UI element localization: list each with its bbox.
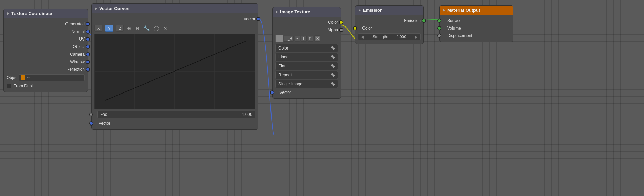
window-label: Window (70, 59, 85, 64)
flat-dropdown[interactable]: Flat (275, 62, 338, 70)
fb-button[interactable]: F_B (284, 36, 294, 42)
fac-socket[interactable] (89, 113, 93, 116)
normal-output-row: Normal (4, 28, 88, 35)
linear-dropdown[interactable]: Linear (275, 53, 338, 61)
material-output-header: Material Output (440, 6, 513, 15)
alpha-out-label: Alpha (327, 28, 338, 32)
x-button[interactable]: X (94, 25, 102, 32)
strength-label: Strength: (372, 35, 388, 39)
objec-label: Objec (7, 75, 17, 80)
arrow-up (331, 82, 334, 84)
arrow-up (331, 73, 334, 75)
reflection-output-row: Reflection (4, 66, 88, 73)
normal-label: Normal (71, 29, 85, 34)
volume-in-label: Volume (447, 26, 461, 31)
strength-field[interactable]: ◀ Strength: 1.000 ▶ (358, 33, 421, 40)
flat-dropdown-arrows (331, 64, 335, 68)
arrow-down (332, 57, 335, 59)
color-dropdown-label: Color (278, 46, 288, 51)
vc-toolbar: X Y Z ⊕ ⊖ 🔧 ◯ ✕ (92, 23, 258, 34)
from-dupli-label: From Dupli (13, 84, 34, 88)
vc-vector-in-row: Vector (92, 120, 258, 127)
color-out-socket[interactable] (339, 20, 343, 24)
vc-vector-out-socket[interactable] (256, 17, 260, 21)
generated-output-row: Generated (4, 20, 88, 28)
window-socket[interactable] (86, 60, 90, 64)
img-preview[interactable] (275, 35, 283, 42)
linear-dropdown-arrows (331, 55, 335, 59)
surface-in-socket[interactable] (437, 19, 441, 23)
emission-color-in-label: Color (362, 26, 372, 31)
linear-dropdown-label: Linear (278, 55, 290, 59)
svg-line-6 (105, 41, 246, 100)
emission-out-row: Emission (355, 17, 423, 24)
img-close-button[interactable]: ✕ (314, 35, 320, 42)
emission-out-label: Emission (404, 18, 421, 23)
strength-value: 1.000 (397, 35, 406, 39)
repeat-dropdown[interactable]: Repeat (275, 71, 338, 79)
curve-canvas[interactable] (94, 34, 255, 109)
uv-socket[interactable] (86, 37, 90, 41)
surface-in-row: Surface (440, 17, 513, 24)
header-triangle (95, 7, 97, 10)
reflection-label: Reflection (67, 67, 85, 72)
zoom-in-icon[interactable]: ⊕ (126, 25, 132, 32)
image-texture-header: Image Texture (273, 7, 341, 17)
emission-header: Emission (355, 6, 423, 15)
vector-curves-node: Vector Curves Vector X Y Z ⊕ ⊖ 🔧 ◯ ✕ (91, 3, 258, 130)
vector-curves-body: Vector X Y Z ⊕ ⊖ 🔧 ◯ ✕ (92, 13, 258, 129)
copy-button[interactable]: ⎘ (308, 36, 313, 42)
from-dupli-checkbox[interactable] (7, 84, 11, 88)
fac-field[interactable]: Fac: 1.000 (97, 111, 255, 118)
zoom-out-icon[interactable]: ⊖ (135, 25, 140, 32)
displacement-in-socket[interactable] (437, 34, 441, 38)
img-vector-in-socket[interactable] (270, 90, 274, 95)
close-icon[interactable]: ✕ (163, 25, 168, 32)
texture-coordinate-title: Texture Coordinate (11, 11, 52, 16)
z-button[interactable]: Z (116, 25, 124, 32)
image-texture-title: Image Texture (280, 9, 310, 14)
f-button[interactable]: F (301, 36, 307, 42)
y-button[interactable]: Y (105, 25, 113, 32)
texture-coordinate-header: Texture Coordinate (4, 9, 88, 18)
object-socket[interactable] (86, 45, 90, 49)
emission-node: Emission Emission Color ◀ Strength: 1.00… (355, 5, 424, 44)
reflection-socket[interactable] (86, 67, 90, 72)
surface-in-label: Surface (447, 18, 461, 23)
single-image-dropdown-label: Single Image (278, 81, 303, 86)
img-toolbar: F_B 6 F ⎘ ✕ (273, 34, 341, 43)
single-image-dropdown[interactable]: Single Image (275, 80, 338, 88)
displacement-in-row: Displacement (440, 32, 513, 40)
emission-title: Emission (363, 8, 383, 13)
circle-icon[interactable]: ◯ (153, 25, 160, 32)
six-button[interactable]: 6 (295, 36, 300, 42)
object-output-row: Object (4, 43, 88, 51)
arrow-up (331, 46, 334, 48)
alpha-out-socket[interactable] (339, 28, 343, 32)
volume-in-socket[interactable] (437, 26, 441, 30)
emission-out-socket[interactable] (422, 19, 426, 23)
generated-socket[interactable] (86, 22, 90, 26)
vector-curves-title: Vector Curves (99, 6, 129, 11)
vc-vector-in-label: Vector (99, 121, 110, 126)
vc-vector-out-label: Vector (244, 17, 255, 21)
volume-in-row: Volume (440, 24, 513, 32)
uv-output-row: UV (4, 35, 88, 43)
object-picker-field[interactable]: ✏ (19, 74, 85, 81)
emission-color-in-row: Color (355, 24, 423, 32)
generated-label: Generated (65, 22, 85, 26)
camera-socket[interactable] (86, 52, 90, 56)
fac-row: Fac: 1.000 (92, 109, 258, 120)
emission-color-in-socket[interactable] (353, 26, 357, 30)
header-triangle (443, 9, 445, 12)
wrench-icon[interactable]: 🔧 (143, 25, 150, 32)
color-dropdown[interactable]: Color (275, 44, 338, 52)
vector-in-row: Vector (273, 89, 341, 96)
vc-vector-in-socket[interactable] (89, 121, 93, 126)
image-texture-node: Image Texture Color Alpha F_B 6 F ⎘ ✕ Co… (272, 7, 341, 99)
normal-socket[interactable] (86, 30, 90, 34)
material-output-title: Material Output (447, 8, 480, 13)
header-triangle (7, 12, 9, 15)
arrow-down (332, 48, 335, 50)
header-triangle (359, 9, 361, 12)
